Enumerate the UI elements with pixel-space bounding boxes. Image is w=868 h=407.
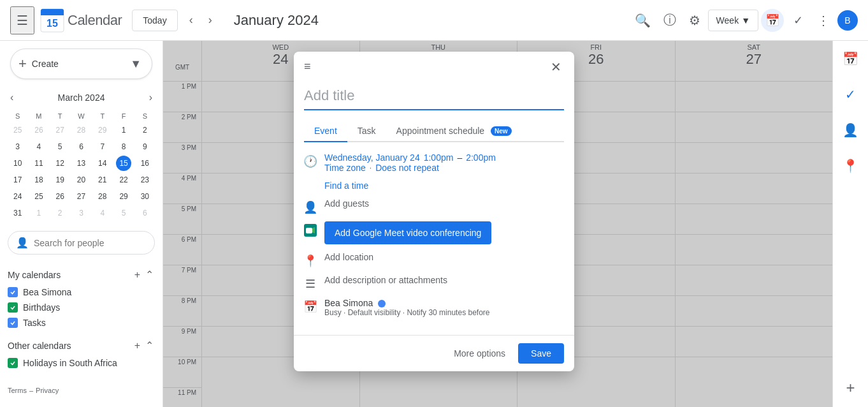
mini-cal-day[interactable]: 4: [31, 139, 47, 154]
tab-task[interactable]: Task: [347, 121, 386, 142]
more-options-button[interactable]: More options: [446, 343, 513, 364]
calendar-item-tasks[interactable]: Tasks: [8, 315, 155, 330]
event-title-input[interactable]: [304, 82, 564, 110]
mini-cal-day[interactable]: 27: [73, 189, 89, 204]
mini-cal-day[interactable]: 28: [95, 189, 110, 204]
calendar-checkbox[interactable]: [8, 302, 18, 313]
mini-cal-day[interactable]: 18: [31, 172, 47, 188]
add-right-icon[interactable]: +: [846, 379, 855, 397]
mini-cal-day[interactable]: 6: [137, 205, 152, 221]
timezone-link[interactable]: Time zone: [324, 163, 366, 173]
mini-cal-day[interactable]: 21: [95, 172, 110, 188]
mini-cal-day[interactable]: 5: [52, 139, 68, 154]
mini-cal-day[interactable]: 14: [95, 156, 110, 171]
add-calendar-icon[interactable]: +: [133, 267, 141, 282]
mini-cal-day[interactable]: 23: [137, 172, 152, 188]
tab-event[interactable]: Event: [304, 121, 347, 142]
mini-cal-day[interactable]: 20: [73, 172, 89, 188]
user-avatar[interactable]: B: [837, 10, 858, 31]
add-meet-button[interactable]: Add Google Meet video conferencing: [324, 221, 491, 244]
maps-right-icon[interactable]: 📍: [838, 153, 864, 179]
mini-cal-day[interactable]: 2: [52, 205, 68, 221]
mini-cal-day[interactable]: 17: [10, 172, 25, 188]
mini-cal-today[interactable]: 15: [116, 156, 131, 171]
mini-cal-day[interactable]: 27: [52, 122, 68, 138]
save-button[interactable]: Save: [518, 343, 564, 364]
mini-cal-day[interactable]: 5: [116, 205, 131, 221]
mini-cal-day[interactable]: 1: [116, 122, 131, 138]
mini-cal-next[interactable]: ›: [147, 89, 155, 106]
event-time-start[interactable]: 1:00pm: [424, 152, 454, 163]
mini-cal-day[interactable]: 16: [137, 156, 152, 171]
other-calendars-header[interactable]: Other calendars + ⌃: [8, 336, 155, 355]
mini-cal-day[interactable]: 3: [10, 139, 25, 154]
calendar-view-icon[interactable]: 📅: [761, 9, 784, 32]
mini-cal-day[interactable]: 8: [116, 139, 131, 154]
mini-cal-day[interactable]: 26: [52, 189, 68, 204]
mini-cal-day[interactable]: 3: [73, 205, 89, 221]
settings-icon[interactable]: ⚙: [684, 8, 705, 33]
my-calendars-header[interactable]: My calendars + ⌃: [8, 265, 155, 285]
tasks-right-icon[interactable]: ✓: [838, 82, 864, 107]
event-date[interactable]: Wednesday, January 24: [324, 152, 420, 163]
mini-cal-day[interactable]: 24: [10, 189, 25, 204]
calendar-item-bea-simona[interactable]: Bea Simona: [8, 285, 155, 300]
mini-cal-day[interactable]: 29: [116, 189, 131, 204]
prev-button[interactable]: ‹: [183, 10, 199, 31]
modal-overlay[interactable]: ≡ ✕ Event Task Appointment schedule New: [163, 41, 832, 407]
add-other-calendar-icon[interactable]: +: [133, 338, 141, 353]
view-selector[interactable]: Week ▼: [708, 10, 758, 31]
search-icon[interactable]: 🔍: [630, 8, 656, 33]
close-button[interactable]: ✕: [548, 57, 564, 77]
calendar-item-birthdays[interactable]: Birthdays: [8, 300, 155, 315]
sidebar-footer: Terms – Privacy: [0, 381, 163, 399]
today-button[interactable]: Today: [132, 10, 177, 31]
calendar-right-icon[interactable]: 📅: [838, 46, 864, 71]
mini-cal-day[interactable]: 19: [52, 172, 68, 188]
mini-cal-day[interactable]: 7: [95, 139, 110, 154]
mini-cal-day[interactable]: 22: [116, 172, 131, 188]
repeat-link[interactable]: Does not repeat: [375, 163, 439, 173]
mini-cal-day[interactable]: 10: [10, 156, 25, 171]
calendar-checkbox[interactable]: [8, 287, 18, 297]
calendar-item-holidays[interactable]: Holidays in South Africa: [8, 355, 155, 371]
tab-appointment[interactable]: Appointment schedule New: [386, 121, 522, 142]
menu-icon[interactable]: ☰: [10, 6, 34, 34]
mini-cal-day[interactable]: 25: [31, 189, 47, 204]
mini-cal-day[interactable]: 25: [10, 122, 25, 138]
calendar-checkbox[interactable]: [8, 358, 18, 368]
visibility-label: Default visibility: [348, 308, 401, 317]
mini-cal-day[interactable]: 12: [52, 156, 68, 171]
mini-cal-prev[interactable]: ‹: [8, 89, 16, 106]
add-description-input[interactable]: Add description or attachments: [324, 275, 447, 285]
apps-icon[interactable]: ⋮: [812, 8, 835, 33]
mini-cal-day[interactable]: 31: [10, 205, 25, 221]
next-button[interactable]: ›: [202, 10, 219, 31]
mini-cal-day[interactable]: 9: [137, 139, 152, 154]
mini-cal-day[interactable]: 6: [73, 139, 89, 154]
mini-cal-day[interactable]: 1: [31, 205, 47, 221]
privacy-link[interactable]: Privacy: [36, 387, 59, 394]
mini-cal-day[interactable]: 30: [137, 189, 152, 204]
add-location-input[interactable]: Add location: [324, 252, 373, 262]
search-people-input[interactable]: [34, 238, 147, 248]
terms-link[interactable]: Terms: [8, 387, 27, 394]
people-right-icon[interactable]: 👤: [838, 117, 864, 143]
add-guests-input[interactable]: Add guests: [324, 198, 369, 209]
mini-cal-day[interactable]: 26: [31, 122, 47, 138]
create-button[interactable]: + Create ▼: [10, 48, 152, 79]
mini-cal-day[interactable]: 13: [73, 156, 89, 171]
mini-cal-day[interactable]: 29: [95, 122, 110, 138]
mini-cal-day[interactable]: 28: [73, 122, 89, 138]
collapse-other-icon[interactable]: ⌃: [144, 338, 155, 353]
calendar-checkbox[interactable]: [8, 318, 18, 328]
find-time-link[interactable]: Find a time: [324, 181, 368, 191]
search-icon: 👤: [16, 237, 29, 249]
task-view-icon[interactable]: ✓: [786, 9, 809, 32]
mini-cal-day[interactable]: 4: [95, 205, 110, 221]
help-icon[interactable]: ⓘ: [658, 6, 681, 34]
mini-cal-day[interactable]: 2: [137, 122, 152, 138]
collapse-icon[interactable]: ⌃: [144, 267, 155, 282]
event-time-end[interactable]: 2:00pm: [466, 152, 496, 163]
mini-cal-day[interactable]: 11: [31, 156, 47, 171]
